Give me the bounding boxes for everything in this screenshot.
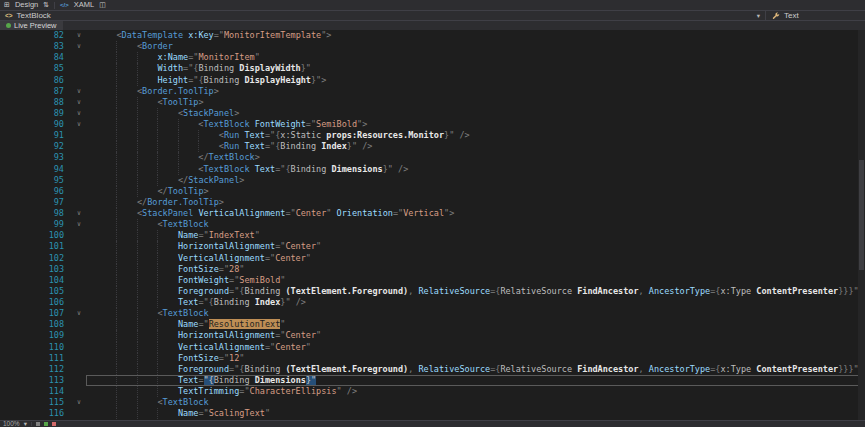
code-line[interactable]: 110 VerticalAlignment="Center" bbox=[0, 342, 865, 353]
code-line[interactable]: 87∨ <Border.ToolTip> bbox=[0, 86, 865, 97]
code-text: Width="{Binding DisplayWidth}" bbox=[86, 63, 865, 74]
code-token: ="{ bbox=[229, 286, 244, 296]
code-line[interactable]: 94 <TextBlock Text="{Binding Dimensions}… bbox=[0, 164, 865, 175]
indent-guide bbox=[137, 175, 138, 186]
code-token: , bbox=[408, 286, 418, 296]
indent-guide bbox=[137, 319, 138, 330]
fold-chevron-icon[interactable]: ∨ bbox=[72, 308, 86, 319]
fold-chevron-icon[interactable]: ∨ bbox=[72, 86, 86, 97]
line-number: 99 bbox=[0, 219, 72, 230]
code-text: <Border bbox=[86, 41, 865, 52]
fold-chevron-icon[interactable]: ∨ bbox=[72, 397, 86, 408]
code-line[interactable]: 109 HorizontalAlignment="Center" bbox=[0, 330, 865, 341]
code-token: = bbox=[198, 375, 203, 385]
code-line[interactable]: 101 HorizontalAlignment="Center" bbox=[0, 241, 865, 252]
code-line[interactable]: 102 VerticalAlignment="Center" bbox=[0, 253, 865, 264]
element-dropdown[interactable]: <> TextBlock ▾ bbox=[0, 11, 765, 20]
indent-guide bbox=[137, 97, 138, 108]
code-line[interactable]: 98∨ <StackPanel VerticalAlignment="Cente… bbox=[0, 208, 865, 219]
fold-chevron-icon[interactable]: ∨ bbox=[72, 97, 86, 108]
code-token: TextBlock bbox=[209, 152, 255, 162]
fold-chevron-icon[interactable]: ∨ bbox=[72, 30, 86, 41]
line-number: 114 bbox=[0, 386, 72, 397]
code-line[interactable]: 82∨ <DataTemplate x:Key="MonitorItemTemp… bbox=[0, 30, 865, 41]
code-token: StackPanel bbox=[142, 208, 198, 218]
code-line[interactable]: 89∨ <StackPanel> bbox=[0, 108, 865, 119]
status-gray-icon[interactable] bbox=[36, 422, 40, 426]
property-dropdown[interactable]: Text bbox=[765, 11, 865, 20]
fold-chevron-icon[interactable]: ∨ bbox=[72, 41, 86, 52]
indent-guide bbox=[116, 130, 117, 141]
code-line[interactable]: 97 </Border.ToolTip> bbox=[0, 197, 865, 208]
status-green-icon[interactable] bbox=[44, 422, 48, 426]
fold-chevron-icon[interactable]: ∨ bbox=[72, 119, 86, 130]
code-token: TextTrimming bbox=[178, 386, 239, 396]
code-token: ="{ bbox=[275, 164, 290, 174]
swap-panes-icon[interactable]: ⇅ bbox=[43, 0, 49, 10]
code-line[interactable]: 88∨ <ToolTip> bbox=[0, 97, 865, 108]
code-text: <TextBlock bbox=[86, 219, 865, 230]
code-line[interactable]: 99∨ <TextBlock bbox=[0, 219, 865, 230]
code-line[interactable]: 85 Width="{Binding DisplayWidth}" bbox=[0, 63, 865, 74]
code-token: VerticalAlignment bbox=[178, 342, 265, 352]
code-line[interactable]: 103 FontSize="28" bbox=[0, 264, 865, 275]
design-tab-label[interactable]: Design bbox=[15, 0, 38, 10]
xaml-tab-label[interactable]: XAML bbox=[74, 0, 94, 10]
code-line[interactable]: 115∨ <TextBlock bbox=[0, 397, 865, 408]
designer-grid-icon[interactable]: ⊞ bbox=[4, 0, 10, 10]
line-number: 92 bbox=[0, 141, 72, 152]
zoom-level[interactable]: 100% bbox=[3, 421, 20, 427]
fold-chevron-icon[interactable]: ∨ bbox=[72, 219, 86, 230]
code-line[interactable]: 105 Foreground="{Binding (TextElement.Fo… bbox=[0, 286, 865, 297]
code-token: "> bbox=[444, 208, 454, 218]
code-line[interactable]: 96 </ToolTip> bbox=[0, 186, 865, 197]
code-token: Binding bbox=[244, 286, 285, 296]
code-line[interactable]: 100 Name="IndexText" bbox=[0, 230, 865, 241]
code-line[interactable]: 84 x:Name="MonitorItem" bbox=[0, 52, 865, 63]
code-line[interactable]: 112 Foreground="{Binding (TextElement.Fo… bbox=[0, 364, 865, 375]
code-line[interactable]: 90∨ <TextBlock FontWeight="SemiBold"> bbox=[0, 119, 865, 130]
code-token: FontSize bbox=[178, 353, 219, 363]
code-token: Center bbox=[285, 330, 316, 340]
fold-chevron-icon[interactable]: ∨ bbox=[72, 208, 86, 219]
code-line[interactable]: 116 Name="ScalingText" bbox=[0, 408, 865, 419]
zoom-dropdown-icon[interactable]: ▾ bbox=[24, 421, 27, 427]
indent-guide bbox=[116, 108, 117, 119]
code-token: =" bbox=[275, 241, 285, 251]
code-line[interactable]: 114 TextTrimming="CharacterEllipsis" /> bbox=[0, 386, 865, 397]
code-line[interactable]: 107∨ <TextBlock bbox=[0, 308, 865, 319]
code-line[interactable]: 108 Name="ResolutionText" bbox=[0, 319, 865, 330]
indent-guide bbox=[157, 253, 158, 264]
indent-guide bbox=[157, 408, 158, 419]
scrollbar[interactable] bbox=[858, 30, 865, 420]
scrollbar-thumb[interactable] bbox=[859, 160, 864, 270]
split-view-icon[interactable]: ◫ bbox=[99, 0, 106, 10]
status-red-icon[interactable] bbox=[52, 422, 56, 426]
code-token: Height bbox=[157, 75, 188, 85]
indent-guide bbox=[137, 330, 138, 341]
indent-guide bbox=[157, 342, 158, 353]
indent-guide bbox=[178, 119, 179, 130]
code-line[interactable]: 92 <Run Text="{Binding Index}" /> bbox=[0, 141, 865, 152]
code-token: FontWeight bbox=[255, 119, 306, 129]
code-line[interactable]: 111 FontSize="12" bbox=[0, 353, 865, 364]
live-preview-tab[interactable]: Live Preview bbox=[0, 21, 63, 30]
code-token: IndexText bbox=[209, 230, 255, 240]
indent-guide bbox=[116, 152, 117, 163]
code-line[interactable]: 86 Height="{Binding DisplayHeight}"> bbox=[0, 75, 865, 86]
app: ⊞ Design ⇅ </> XAML ◫ <> TextBlock ▾ Tex… bbox=[0, 0, 865, 427]
code-line[interactable]: 83∨ <Border bbox=[0, 41, 865, 52]
code-line[interactable]: 93 </TextBlock> bbox=[0, 152, 865, 163]
fold-spacer bbox=[72, 386, 86, 397]
code-editor: 82∨ <DataTemplate x:Key="MonitorItemTemp… bbox=[0, 30, 865, 420]
code-text: <TextBlock bbox=[86, 397, 865, 408]
code-line[interactable]: 95 </StackPanel> bbox=[0, 175, 865, 186]
code-line[interactable]: 104 FontWeight="SemiBold" bbox=[0, 275, 865, 286]
code-line[interactable]: 91 <Run Text="{x:Static props:Resources.… bbox=[0, 130, 865, 141]
fold-chevron-icon[interactable]: ∨ bbox=[72, 108, 86, 119]
code-line[interactable]: 106 Text="{Binding Index}" /> bbox=[0, 297, 865, 308]
status-separator bbox=[31, 422, 32, 426]
code-line[interactable]: 113 Text="{Binding Dimensions}" bbox=[0, 375, 865, 386]
code-token: Run bbox=[224, 130, 244, 140]
fold-spacer bbox=[72, 175, 86, 186]
